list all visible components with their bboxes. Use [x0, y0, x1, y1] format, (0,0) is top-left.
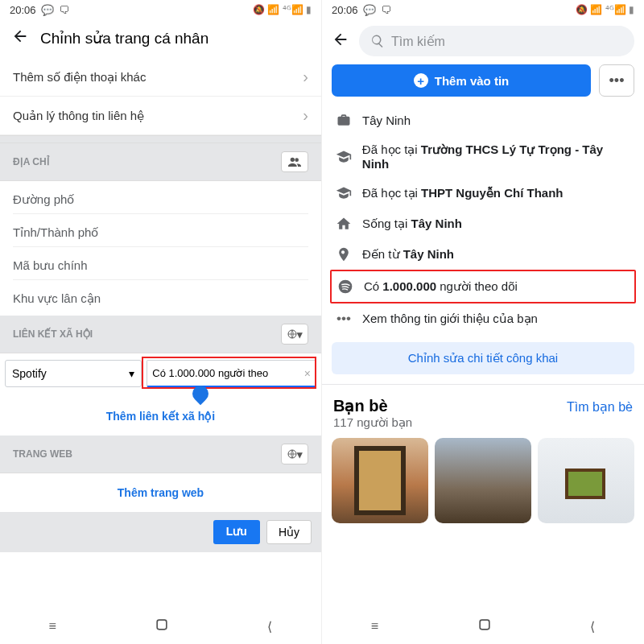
- friends-title: Bạn bè: [333, 396, 388, 415]
- info-text: Đến từ Tây Ninh: [362, 247, 454, 262]
- section-social: LIÊN KẾT XÃ HỘI ▾: [0, 316, 321, 353]
- field-street[interactable]: Đường phố: [0, 181, 321, 208]
- social-link-row: Spotify ▾ Có 1.000.000 người theo ×: [0, 353, 321, 397]
- chevron-down-icon: ▾: [129, 367, 134, 380]
- section-divider: [0, 135, 321, 143]
- messenger-icon: 💬: [41, 4, 54, 16]
- education-icon: [335, 149, 353, 165]
- story-button-row: + Thêm vào tin •••: [322, 64, 644, 105]
- info-edu2[interactable]: Đã học tại THPT Nguyễn Chí Thanh: [322, 178, 644, 208]
- button-label: Thêm vào tin: [435, 74, 510, 88]
- chat-icon: 🗨: [381, 4, 391, 16]
- system-nav-bar: ≡ ⟨: [322, 609, 644, 644]
- status-time: 20:06: [332, 4, 358, 16]
- friends-header: Bạn bè Tìm bạn bè: [322, 391, 644, 415]
- highlight-box: Có 1.000.000 người theo dõi: [330, 270, 636, 303]
- row-add-phone[interactable]: Thêm số điện thoại khác ›: [0, 58, 321, 97]
- system-nav-bar: ≡ ⟨: [0, 609, 321, 644]
- status-icons: 🔕 📶 ⁴ᴳ📶 ▮: [576, 4, 634, 15]
- add-website-link[interactable]: Thêm trang web: [0, 473, 321, 512]
- page-title: Chỉnh sửa trang cá nhân: [40, 29, 208, 47]
- row-manage-contact[interactable]: Quản lý thông tin liên hệ ›: [0, 97, 321, 135]
- spotify-icon: [336, 279, 354, 295]
- add-to-story-button[interactable]: + Thêm vào tin: [332, 64, 591, 97]
- info-from[interactable]: Đến từ Tây Ninh: [322, 239, 644, 270]
- audience-public-button[interactable]: ▾: [281, 444, 308, 464]
- friend-tile[interactable]: [538, 438, 634, 523]
- left-phone: 20:06 💬 🗨 🔕 📶 ⁴ᴳ📶 ▮ Chỉnh sửa trang cá n…: [0, 0, 322, 644]
- section-address: ĐỊA CHỈ: [0, 143, 321, 181]
- back-nav-icon[interactable]: ⟨: [267, 619, 272, 634]
- info-text: Sống tại Tây Ninh: [362, 217, 462, 231]
- info-text: Đã học tại Trường THCS Lý Tự Trọng - Tây…: [362, 142, 631, 171]
- info-followers[interactable]: Có 1.000.000 người theo dõi: [332, 271, 634, 302]
- section-label: ĐỊA CHỈ: [13, 156, 50, 167]
- audience-friends-button[interactable]: [281, 151, 308, 172]
- save-button[interactable]: Lưu: [213, 520, 260, 544]
- info-text: Đã học tại THPT Nguyễn Chí Thanh: [362, 186, 564, 200]
- search-input[interactable]: Tìm kiếm: [359, 26, 634, 56]
- platform-select[interactable]: Spotify ▾: [5, 360, 142, 387]
- more-button[interactable]: •••: [599, 64, 634, 97]
- svg-rect-4: [480, 620, 489, 630]
- right-phone: 20:06 💬 🗨 🔕 📶 ⁴ᴳ📶 ▮ Tìm kiếm + Thêm vào …: [322, 0, 644, 644]
- status-time: 20:06: [10, 4, 36, 16]
- recent-apps-icon[interactable]: ≡: [49, 619, 56, 634]
- briefcase-icon: [335, 112, 353, 128]
- save-cancel-bar: Lưu Hủy: [0, 512, 321, 552]
- section-label: TRANG WEB: [13, 448, 72, 460]
- info-edu1[interactable]: Đã học tại Trường THCS Lý Tự Trọng - Tây…: [322, 135, 644, 178]
- ellipsis-icon: •••: [335, 311, 353, 327]
- friend-tile[interactable]: [435, 438, 531, 523]
- section-website: TRANG WEB ▾: [0, 436, 321, 473]
- platform-value: Spotify: [12, 367, 47, 380]
- social-link-input[interactable]: Có 1.000.000 người theo ×: [147, 360, 316, 387]
- field-city[interactable]: Tỉnh/Thành phố: [0, 214, 321, 242]
- cancel-button[interactable]: Hủy: [266, 520, 312, 544]
- search-bar-row: Tìm kiếm: [322, 19, 644, 64]
- row-label: Thêm số điện thoại khác: [13, 70, 146, 85]
- row-label: Quản lý thông tin liên hệ: [13, 109, 144, 123]
- ellipsis-icon: •••: [609, 72, 625, 89]
- chevron-right-icon: ›: [303, 68, 308, 86]
- clear-icon[interactable]: ×: [304, 367, 311, 380]
- back-icon[interactable]: [332, 31, 349, 52]
- field-postal[interactable]: Mã bưu chính: [0, 247, 321, 275]
- search-placeholder: Tìm kiếm: [391, 34, 445, 49]
- status-bar: 20:06 💬 🗨 🔕 📶 ⁴ᴳ📶 ▮: [322, 0, 644, 19]
- info-text: Có 1.000.000 người theo dõi: [364, 279, 518, 294]
- back-nav-icon[interactable]: ⟨: [590, 619, 595, 634]
- divider: [322, 384, 644, 385]
- field-area[interactable]: Khu vực lân cận: [0, 280, 321, 316]
- info-text: Tây Ninh: [362, 114, 411, 127]
- section-label: LIÊN KẾT XÃ HỘI: [13, 328, 93, 340]
- input-value: Có 1.000.000 người theo: [152, 367, 268, 379]
- audience-public-button[interactable]: ▾: [281, 324, 308, 345]
- friends-count: 117 người bạn: [322, 415, 644, 438]
- friends-grid: [322, 438, 644, 523]
- education-icon: [335, 185, 353, 201]
- find-friends-link[interactable]: Tìm bạn bè: [567, 399, 633, 415]
- info-work[interactable]: Tây Ninh: [322, 105, 644, 135]
- info-lives[interactable]: Sống tại Tây Ninh: [322, 208, 644, 239]
- add-social-link[interactable]: Thêm liên kết xã hội: [0, 397, 321, 436]
- plus-icon: +: [414, 73, 428, 88]
- info-see-intro[interactable]: ••• Xem thông tin giới thiệu của bạn: [322, 303, 644, 334]
- friend-tile[interactable]: [332, 438, 428, 523]
- back-icon[interactable]: [11, 27, 29, 48]
- header-bar: Chỉnh sửa trang cá nhân: [0, 19, 321, 58]
- status-icons: 🔕 📶 ⁴ᴳ📶 ▮: [253, 4, 312, 15]
- home-icon[interactable]: [154, 617, 170, 636]
- home-icon: [335, 216, 353, 232]
- svg-rect-2: [157, 620, 167, 630]
- home-icon[interactable]: [477, 617, 493, 636]
- location-icon: [335, 246, 353, 262]
- chat-icon: 🗨: [59, 4, 69, 16]
- chevron-right-icon: ›: [303, 106, 308, 125]
- recent-apps-icon[interactable]: ≡: [371, 619, 378, 634]
- status-bar: 20:06 💬 🗨 🔕 📶 ⁴ᴳ📶 ▮: [0, 0, 321, 19]
- search-icon: [370, 34, 385, 48]
- messenger-icon: 💬: [363, 4, 376, 16]
- edit-public-details-button[interactable]: Chỉnh sửa chi tiết công khai: [332, 342, 634, 374]
- info-text: Xem thông tin giới thiệu của bạn: [362, 312, 538, 326]
